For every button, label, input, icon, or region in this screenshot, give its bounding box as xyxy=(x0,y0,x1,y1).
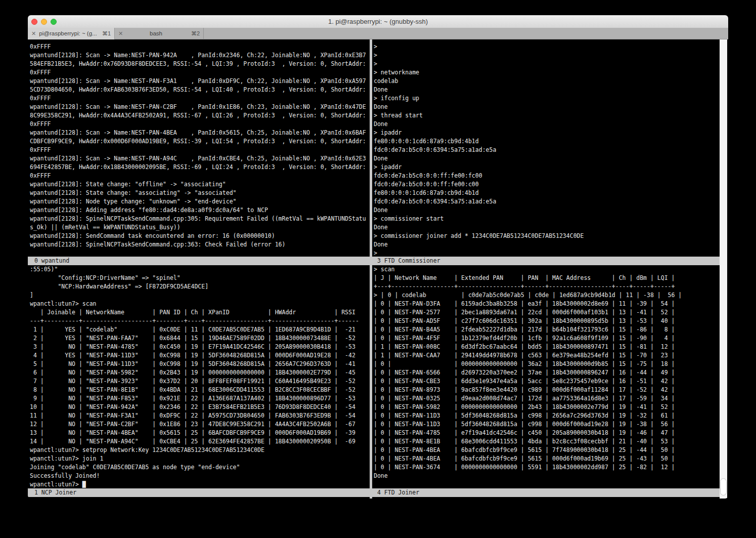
pane-status-ftd-joiner: 4 FTD Joiner xyxy=(371,488,720,497)
terminal-line: | 0 | NEST-PAN-8973 | 9ac857f8ee3e4420 |… xyxy=(374,386,720,394)
terminal-line: 8 | NO | "NEST-PAN-8E1B" | 0x4BDA | 21 |… xyxy=(30,386,370,394)
pane-divider[interactable] xyxy=(370,39,372,499)
terminal-line: "NCP:HardwareAddress" => [F872DF9CD5AE4D… xyxy=(30,282,370,291)
terminal-line: 0xFFFF xyxy=(30,43,370,51)
terminal-line: 584EFB21B5E3, HwAddr:0x76D93D8F8DEDCEE3,… xyxy=(30,60,370,68)
tab-shortcut: ⌘2 xyxy=(191,28,200,39)
terminal-line: Done xyxy=(374,103,720,111)
terminal-line: codelab xyxy=(374,77,720,86)
terminal-line: > commissioner start xyxy=(374,215,720,223)
terminal-line: | 0 | NEST-PAN-2577 | 2bec1a8893da67a1 |… xyxy=(374,308,720,317)
terminal-line: s_Ok) || (mRetVal == kWPANTUNDStatus_Bus… xyxy=(30,223,370,232)
terminal-line: Done xyxy=(374,240,720,249)
pane-wpantund[interactable]: 0xFFFFwpantund[2128]: Scan -> Name:NEST-… xyxy=(30,43,370,258)
terminal-line: wpantund[2128]: Scan -> Name:NEST-PAN-C2… xyxy=(30,103,370,111)
terminal-line: 0xFFFF xyxy=(30,68,370,77)
terminal-line: Successfully Joined! xyxy=(30,472,370,480)
tab-close-icon[interactable]: ✕ xyxy=(31,28,36,39)
terminal-line xyxy=(374,480,720,488)
tab-label: pi@raspberrypi: ~ (g... xyxy=(39,28,97,39)
terminal-line: wpantund[2128]: SpinelNCPTaskSendCommand… xyxy=(30,240,370,249)
terminal-line: fdc0:de7a:b5c0:0:6394:5a75:a1ad:e5a xyxy=(374,146,720,154)
terminal-line: 6 | NO | "NEST-PAN-5982" | 0x2B43 | 19 |… xyxy=(30,368,370,377)
terminal-line: > ipaddr xyxy=(374,163,720,172)
terminal-line: | 0 | NEST-PAN-5982 | 0000000000000000 |… xyxy=(374,403,720,411)
terminal-line: 7 | NO | "NEST-PAN-3923" | 0x37D2 | 20 |… xyxy=(30,377,370,386)
terminal-content: 0xFFFFwpantund[2128]: Scan -> Name:NEST-… xyxy=(28,39,728,499)
terminal-line: wpantund[2128]: Scan -> Name:NEST-PAN-F3… xyxy=(30,77,370,86)
terminal-line: 9 | NO | "NEST-PAN-F853" | 0x921E | 22 |… xyxy=(30,394,370,403)
terminal-line: > xyxy=(374,43,720,51)
terminal-line: :55:05)" xyxy=(30,265,370,274)
tab-bar: ✕ pi@raspberrypi: ~ (g... ⌘1 ✕ bash ⌘2 xyxy=(28,28,728,39)
terminal-line: CDBFCB9F9CE9, HwAddr:0x000D6F000AD19BE9,… xyxy=(30,137,370,146)
terminal-line: wpanctl:utun7> █ xyxy=(30,480,370,488)
terminal-line: | 0 | NEST-PAN-11D3 | 5df36048268d815a |… xyxy=(374,420,720,429)
tab-label: bash xyxy=(126,28,186,39)
terminal-line: 5 | NO | "NEST-PAN-11D3" | 0xC998 | 19 |… xyxy=(30,360,370,368)
terminal-window: 1. pi@raspberrypi: ~ (gnubby-ssh) ✕ pi@r… xyxy=(28,15,728,499)
terminal-line: | 0 | NEST-PAN-4F5F | 1b12379efd4df20b |… xyxy=(374,334,720,343)
tab-bash[interactable]: ✕ bash ⌘2 xyxy=(115,28,204,39)
terminal-line: 1 | YES | "codelab" | 0xC0DE | 11 | C0DE… xyxy=(30,325,370,334)
terminal-line: 8C99E358C291, HwAddr:0x4A4A3C4FB2502A91,… xyxy=(30,111,370,120)
terminal-line: wpantund[2128]: Node type change: "unkno… xyxy=(30,197,370,206)
terminal-line: | 0 | NEST-PAN-B4A5 | 2fdeab52227d1dba |… xyxy=(374,325,720,334)
terminal-line: | 0 | NEST-PAN-4785 | e7f19a41dc42546c |… xyxy=(374,429,720,437)
terminal-line: fdc0:de7a:b5c0:0:0:ff:fe00:fc00 xyxy=(374,172,720,180)
terminal-line: | J | Network Name | Extended PAN | PAN … xyxy=(374,274,720,282)
terminal-line: > xyxy=(374,60,720,68)
window-title: 1. pi@raspberrypi: ~ (gnubby-ssh) xyxy=(28,15,728,28)
terminal-line: fdc0:de7a:b5c0:0:6394:5a75:a1ad:e5a xyxy=(374,197,720,206)
terminal-line: wpanctl:utun7> scan xyxy=(30,300,370,308)
tab-ssh-session[interactable]: ✕ pi@raspberrypi: ~ (g... ⌘1 xyxy=(28,28,115,39)
terminal-line: fe80:0:0:0:1cd6:87a9:cb9d:4b1d xyxy=(374,137,720,146)
terminal-line: Done xyxy=(374,154,720,163)
terminal-line: wpantund[2128]: Scan -> Name:NEST-PAN-94… xyxy=(30,51,370,60)
terminal-line: 11 | NO | "NEST-PAN-F3A1" | 0xDF9C | 22 … xyxy=(30,411,370,420)
terminal-line: wpanctl:utun7> setprop Network:Key 1234C… xyxy=(30,446,370,454)
pane-ftd-commissioner[interactable]: >>>> networknamecodelabDone> ifconfig up… xyxy=(374,43,720,258)
scrollbar-thumb[interactable] xyxy=(720,478,727,495)
tab-close-icon[interactable]: ✕ xyxy=(118,28,123,39)
terminal-line: wpantund[2128]: Adding address "fe80::da… xyxy=(30,206,370,215)
terminal-line: 13 | NO | "NEST-PAN-4BEA" | 0x5615 | 25 … xyxy=(30,429,370,437)
terminal-line: +---+------------------+----------------… xyxy=(374,282,720,291)
terminal-line: fe80:0:0:0:1cd6:87a9:cb9d:4b1d xyxy=(374,189,720,197)
terminal-line: 4 | YES | "NEST-PAN-11D3" | 0xC998 | 19 … xyxy=(30,351,370,360)
terminal-line: | 0 | NEST-PAN-D3FA | 6159adc3ba8b3258 |… xyxy=(374,300,720,308)
terminal-line: | 0 | NEST-PAN-6566 | d26973220a370ee2 |… xyxy=(374,368,720,377)
terminal-line: > ipaddr xyxy=(374,129,720,137)
terminal-line: 14 | NO | "NEST-PAN-A94C" | 0xCBE4 | 25 … xyxy=(30,437,370,446)
terminal-line: Done xyxy=(374,223,720,232)
terminal-line: Done xyxy=(374,206,720,215)
terminal-line: 3 | NO | "NEST-PAN-4785" | 0xC450 | 19 |… xyxy=(30,343,370,351)
terminal-line: 12 | NO | "NEST-PAN-C2BF" | 0x1E86 | 23 … xyxy=(30,420,370,429)
pane-status-ncp-joiner: 1 NCP Joiner xyxy=(28,488,371,497)
pane-ncp-joiner[interactable]: :55:05)" "Config:NCP:DriverName" => "spi… xyxy=(30,265,370,488)
terminal-line: wpantund[2128]: State change: "associati… xyxy=(30,189,370,197)
terminal-line: | 0 | | 0000000000000000 | 36a2 | 18b430… xyxy=(374,360,720,368)
scrollbar-track[interactable] xyxy=(720,39,727,499)
terminal-line: wpantund[2128]: Scan -> Name:NEST-PAN-4B… xyxy=(30,129,370,137)
terminal-line: | 0 | NEST-PAN-CBE3 | 6dd3e1e9347e4a5a |… xyxy=(374,377,720,386)
terminal-line: 694FE42857BE, HwAddr:0x18B43000002095BE,… xyxy=(30,163,370,172)
terminal-line: 0xFFFF xyxy=(30,94,370,103)
terminal-line: fdc0:de7a:b5c0:0:0:ff:fe00:c00 xyxy=(374,180,720,189)
terminal-line: | 0 | NEST-PAN-AD5F | c27f7c606dc16351 |… xyxy=(374,317,720,325)
terminal-line: | Joinable | NetworkName | PAN ID | Ch |… xyxy=(30,308,370,317)
terminal-line: > commissioner joiner add * 1234C0DE7AB5… xyxy=(374,232,720,240)
terminal-line: Joining "codelab" C0DE7AB5C0DE7AB5 as no… xyxy=(30,463,370,472)
pane-ftd-joiner[interactable]: > scan| J | Network Name | Extended PAN … xyxy=(374,265,720,488)
terminal-line: ] xyxy=(30,291,370,300)
terminal-line: wpanctl:utun7> join 1 xyxy=(30,454,370,463)
terminal-line: > thread start xyxy=(374,111,720,120)
terminal-line: 0xFFFF xyxy=(30,120,370,129)
terminal-line: 5CD73D804650, HwAddr:0xFAB6303B76F3ED50,… xyxy=(30,86,370,94)
tab-shortcut: ⌘1 xyxy=(102,28,111,39)
terminal-line: "Config:NCP:DriverName" => "spinel" xyxy=(30,274,370,282)
terminal-line: | 0 | NEST-PAN-0325 | d9eaa2d008d74ac7 |… xyxy=(374,394,720,403)
terminal-line: > | 0 | codelab | c0de7ab5c0de7ab5 | c0d… xyxy=(374,291,720,300)
terminal-line: wpantund[2128]: State change: "offline" … xyxy=(30,180,370,189)
terminal-line: 0xFFFF xyxy=(30,146,370,154)
